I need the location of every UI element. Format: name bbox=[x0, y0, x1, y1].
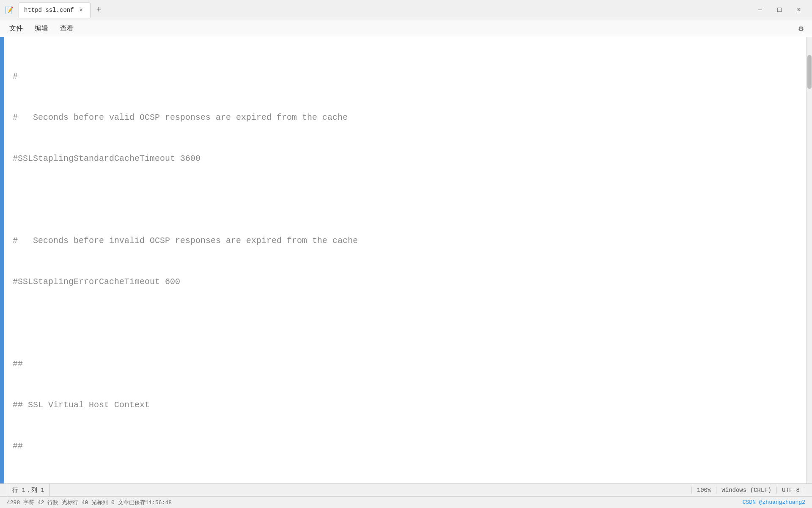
app-icon: 📝 bbox=[3, 4, 15, 16]
code-line: ## bbox=[13, 439, 798, 453]
maximize-button[interactable]: □ bbox=[770, 3, 789, 18]
settings-button[interactable]: ⚙ bbox=[793, 21, 809, 36]
status-bar: 行 1，列 1 100% Windows (CRLF) UTF-8 bbox=[0, 483, 812, 496]
code-line: #SSLStaplingErrorCacheTimeout 600 bbox=[13, 275, 798, 289]
code-line: #SSLStaplingStandardCacheTimeout 3600 bbox=[13, 152, 798, 166]
code-line bbox=[13, 193, 798, 207]
title-bar: 📝 httpd-ssl.conf × + ─ □ × bbox=[0, 0, 812, 20]
line-indicator bbox=[0, 37, 4, 483]
editor-container: # # Seconds before valid OCSP responses … bbox=[0, 37, 812, 483]
tab-title: httpd-ssl.conf bbox=[24, 7, 74, 14]
window-controls: ─ □ × bbox=[750, 3, 809, 18]
menu-file[interactable]: 文件 bbox=[3, 22, 29, 36]
encoding[interactable]: UTF-8 bbox=[776, 487, 805, 494]
active-tab[interactable]: httpd-ssl.conf × bbox=[19, 3, 91, 18]
new-tab-button[interactable]: + bbox=[92, 3, 106, 17]
line-ending[interactable]: Windows (CRLF) bbox=[716, 487, 776, 494]
minimize-button[interactable]: ─ bbox=[750, 3, 770, 18]
menu-edit[interactable]: 编辑 bbox=[29, 22, 54, 36]
scrollbar-thumb[interactable] bbox=[807, 55, 812, 89]
code-line bbox=[13, 480, 798, 483]
editor-content[interactable]: # # Seconds before valid OCSP responses … bbox=[4, 37, 806, 483]
tab-close-button[interactable]: × bbox=[77, 6, 85, 14]
menu-view[interactable]: 查看 bbox=[54, 22, 80, 36]
bottom-bar: 4298 字符 42 行数 光标行 40 光标列 0 文章已保存11:56:48… bbox=[0, 496, 812, 508]
code-line bbox=[13, 316, 798, 330]
code-line: ## bbox=[13, 357, 798, 371]
code-line: # bbox=[13, 69, 798, 83]
zoom-level[interactable]: 100% bbox=[691, 487, 716, 494]
bottom-credit: CSDN @zhuangzhuang2 bbox=[743, 499, 805, 505]
code-line: ## SSL Virtual Host Context bbox=[13, 398, 798, 412]
scrollbar[interactable] bbox=[806, 37, 812, 483]
close-button[interactable]: × bbox=[789, 3, 809, 18]
code-line: # Seconds before valid OCSP responses ar… bbox=[13, 110, 798, 124]
menu-bar: 文件 编辑 查看 ⚙ bbox=[0, 20, 812, 37]
bottom-info: 4298 字符 42 行数 光标行 40 光标列 0 文章已保存11:56:48 bbox=[7, 499, 172, 506]
code-line: # Seconds before invalid OCSP responses … bbox=[13, 234, 798, 248]
status-right: 100% Windows (CRLF) UTF-8 bbox=[691, 487, 805, 494]
cursor-position: 行 1，列 1 bbox=[7, 484, 50, 496]
